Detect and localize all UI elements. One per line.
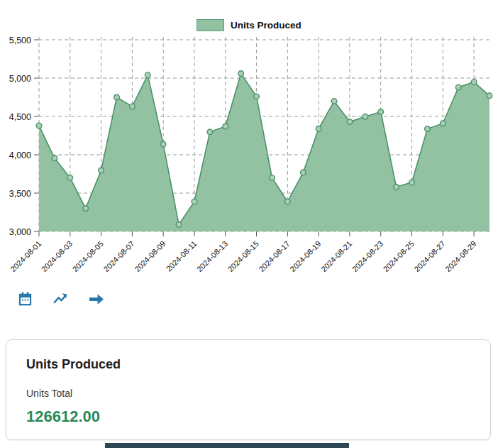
units-produced-card: Units Produced Units Total 126612.00	[6, 339, 491, 440]
legend-label: Units Produced	[231, 20, 301, 31]
svg-text:2024-08-29: 2024-08-29	[443, 239, 477, 273]
arrow-right-icon	[87, 290, 105, 308]
svg-text:2024-08-03: 2024-08-03	[40, 239, 74, 273]
legend: Units Produced	[0, 19, 498, 31]
svg-text:2024-08-25: 2024-08-25	[382, 239, 416, 273]
svg-text:2024-08-27: 2024-08-27	[412, 239, 446, 273]
svg-text:5,500: 5,500	[9, 35, 31, 45]
bottom-bar	[105, 443, 349, 448]
svg-text:2024-08-05: 2024-08-05	[71, 239, 105, 273]
calendar-icon	[17, 291, 33, 307]
arrow-right-button[interactable]	[87, 290, 105, 308]
svg-text:4,500: 4,500	[9, 112, 31, 122]
trend-line-icon	[52, 290, 70, 308]
card-subtitle: Units Total	[26, 388, 473, 399]
svg-text:2024-08-01: 2024-08-01	[9, 239, 43, 273]
units-produced-area-chart: 3,0003,5004,0004,5005,0005,5002024-08-01…	[0, 0, 498, 284]
svg-text:2024-08-21: 2024-08-21	[319, 239, 353, 273]
svg-text:2024-08-09: 2024-08-09	[133, 239, 167, 273]
calendar-button[interactable]	[16, 290, 34, 308]
svg-text:2024-08-11: 2024-08-11	[165, 239, 199, 273]
svg-text:3,500: 3,500	[9, 189, 31, 199]
card-title: Units Produced	[26, 357, 473, 372]
svg-text:2024-08-17: 2024-08-17	[257, 239, 291, 273]
svg-text:2024-08-19: 2024-08-19	[288, 239, 322, 273]
svg-text:2024-08-23: 2024-08-23	[350, 239, 384, 273]
legend-swatch	[197, 19, 224, 31]
chart-toolbar	[16, 290, 105, 308]
svg-text:2024-08-07: 2024-08-07	[102, 239, 136, 273]
trend-chart-button[interactable]	[51, 290, 70, 308]
svg-text:2024-08-13: 2024-08-13	[195, 239, 229, 273]
svg-text:2024-08-15: 2024-08-15	[226, 239, 260, 273]
svg-text:4,000: 4,000	[9, 151, 31, 160]
svg-text:5,000: 5,000	[9, 74, 31, 84]
svg-text:3,000: 3,000	[9, 227, 31, 237]
dashboard-screen: 3,0003,5004,0004,5005,0005,5002024-08-01…	[0, 0, 498, 448]
card-total-value: 126612.00	[26, 408, 473, 426]
